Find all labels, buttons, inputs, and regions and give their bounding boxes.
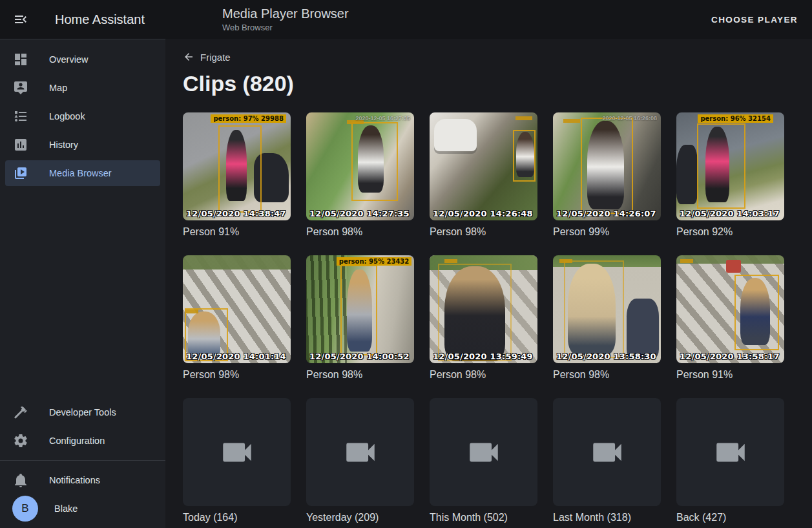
folder-last-month[interactable] [553, 398, 661, 506]
timestamp-overlay: 12/05/2020 14:00:52 [309, 352, 410, 361]
timestamp-overlay: 12/05/2020 14:03:17 [680, 209, 780, 218]
choose-player-button[interactable]: CHOOSE PLAYER [706, 0, 803, 39]
sidebar-footer-nav: Developer Tools Configuration Notificati… [0, 392, 165, 528]
clip-thumbnail[interactable]: 12/05/2020 13:58:17 [676, 255, 784, 363]
clip-caption: Person 98% [430, 226, 537, 238]
folder-yesterday[interactable] [306, 398, 414, 506]
clip-card: 2020-12-05 16:26:08 12/05/2020 14:26:07 … [553, 112, 661, 238]
sidebar-item-history[interactable]: History [5, 132, 160, 158]
play-box-multiple-icon [13, 165, 28, 181]
gear-icon [13, 433, 28, 449]
top-app-bar: Home Assistant Media Player Browser Web … [0, 0, 812, 39]
clip-thumbnail[interactable]: person: 96% 32154 12/05/2020 14:03:17 [676, 112, 784, 220]
sidebar-item-logbook[interactable]: Logbook [5, 103, 160, 129]
menu-open-icon[interactable] [13, 12, 28, 27]
sidebar-item-label: Logbook [49, 111, 85, 121]
timestamp-overlay: 12/05/2020 13:59:49 [433, 352, 533, 361]
page-subtitle: Web Browser [222, 23, 349, 32]
sidebar-spacer [0, 189, 165, 392]
clip-thumbnail[interactable]: 2020-12-05 16:27:35 12/05/2020 14:27:35 [306, 112, 414, 220]
detection-label-small [444, 259, 457, 263]
sidebar: Overview Map Logbook History Media Brows… [0, 39, 165, 528]
media-browser-content: Frigate Clips (820) person: 97% 29988 12… [165, 39, 812, 528]
user-name-label: Blake [54, 503, 78, 514]
folder-back[interactable] [676, 398, 784, 506]
clip-card: 12/05/2020 13:58:30 Person 98% [553, 255, 661, 381]
detection-label: person: 96% 32154 [698, 114, 773, 123]
sidebar-item-label: Overview [49, 54, 88, 65]
sidebar-item-label: Notifications [49, 475, 100, 485]
timestamp-overlay: 12/05/2020 14:26:48 [433, 209, 533, 218]
detection-label-small [515, 116, 532, 120]
clip-caption: Person 91% [676, 369, 784, 381]
folder-label: Today (164) [183, 512, 291, 523]
detection-label: person: 97% 29988 [211, 114, 286, 123]
sidebar-item-media-browser[interactable]: Media Browser [5, 160, 160, 186]
clip-thumbnail[interactable]: person: 97% 29988 12/05/2020 14:38:47 [183, 112, 291, 220]
clip-card: 12/05/2020 13:59:49 Person 98% [430, 255, 537, 381]
timestamp-overlay: 12/05/2020 13:58:30 [556, 352, 656, 361]
folder-label: Last Month (318) [553, 512, 661, 523]
folder-today[interactable] [183, 398, 291, 506]
clip-thumbnail[interactable]: 12/05/2020 14:26:48 [430, 112, 537, 220]
detection-bounding-box [734, 275, 778, 350]
clip-card: person: 95% 23432 12/05/2020 14:00:52 Pe… [306, 255, 414, 381]
clip-thumbnail[interactable]: person: 95% 23432 12/05/2020 14:00:52 [306, 255, 414, 363]
timestamp-overlay: 12/05/2020 14:38:47 [186, 209, 286, 218]
video-camera-icon [712, 434, 749, 471]
clip-card: 2020-12-05 16:27:35 12/05/2020 14:27:35 … [306, 112, 414, 238]
sidebar-item-label: History [49, 140, 78, 150]
detection-label: person: 95% 23432 [337, 257, 412, 266]
avatar: B [12, 496, 38, 522]
detection-bounding-box [218, 125, 262, 213]
clip-thumbnail[interactable]: 12/05/2020 13:58:30 [553, 255, 661, 363]
folder-card: This Month (502) [430, 398, 537, 523]
clip-caption: Person 91% [183, 226, 291, 238]
view-dashboard-icon [13, 52, 28, 67]
sidebar-item-label: Developer Tools [49, 407, 116, 417]
clip-caption: Person 98% [553, 369, 661, 381]
video-camera-icon [342, 434, 379, 471]
clip-caption: Person 99% [553, 226, 661, 238]
car-shape [434, 119, 477, 151]
page-title-block: Media Player Browser Web Browser [222, 6, 349, 32]
breadcrumb-back-frigate[interactable]: Frigate [183, 50, 231, 64]
list-bulleted-icon [13, 109, 28, 124]
folder-card: Today (164) [183, 398, 291, 523]
stroller-shape [676, 145, 698, 204]
folder-card: Last Month (318) [553, 398, 661, 523]
breadcrumb-label: Frigate [200, 52, 231, 63]
clip-card: person: 96% 32154 12/05/2020 14:03:17 Pe… [676, 112, 784, 238]
video-camera-icon [218, 434, 256, 471]
sidebar-item-developer-tools[interactable]: Developer Tools [5, 399, 160, 425]
clip-caption: Person 92% [676, 226, 784, 238]
clip-card: 12/05/2020 13:58:17 Person 91% [676, 255, 784, 381]
clip-thumbnail[interactable]: 12/05/2020 13:59:49 [430, 255, 537, 363]
sidebar-item-map[interactable]: Map [5, 75, 160, 101]
sidebar-item-configuration[interactable]: Configuration [5, 428, 160, 454]
detection-label-small [185, 310, 198, 313]
sidebar-item-label: Configuration [49, 436, 105, 446]
detection-bounding-box [340, 265, 377, 355]
clip-caption: Person 98% [306, 226, 414, 238]
sidebar-divider [0, 460, 165, 461]
sidebar-item-user-profile[interactable]: B Blake [5, 496, 160, 522]
timestamp-overlay: 12/05/2020 14:27:35 [309, 209, 410, 218]
clip-thumbnail[interactable]: 2020-12-05 16:26:08 12/05/2020 14:26:07 [553, 112, 661, 220]
sidebar-item-notifications[interactable]: Notifications [5, 467, 160, 493]
timestamp-overlay: 12/05/2020 13:58:17 [680, 352, 780, 361]
folder-this-month[interactable] [430, 398, 537, 506]
app-title: Home Assistant [55, 12, 145, 27]
detection-bounding-box [351, 122, 398, 201]
folder-card: Yesterday (209) [306, 398, 414, 523]
bell-icon [13, 472, 28, 488]
camera-timestamp-overlay: 2020-12-05 16:26:08 [602, 115, 657, 121]
clip-card: person: 97% 29988 12/05/2020 14:38:47 Pe… [183, 112, 291, 238]
detection-bounding-box [513, 130, 536, 182]
sidebar-item-overview[interactable]: Overview [5, 47, 160, 72]
folder-card: Back (427) [676, 398, 784, 523]
clip-caption: Person 98% [183, 369, 291, 381]
clip-thumbnail[interactable]: 12/05/2020 14:01:14 [183, 255, 291, 363]
video-camera-icon [588, 434, 626, 471]
arrow-left-icon [183, 51, 194, 63]
